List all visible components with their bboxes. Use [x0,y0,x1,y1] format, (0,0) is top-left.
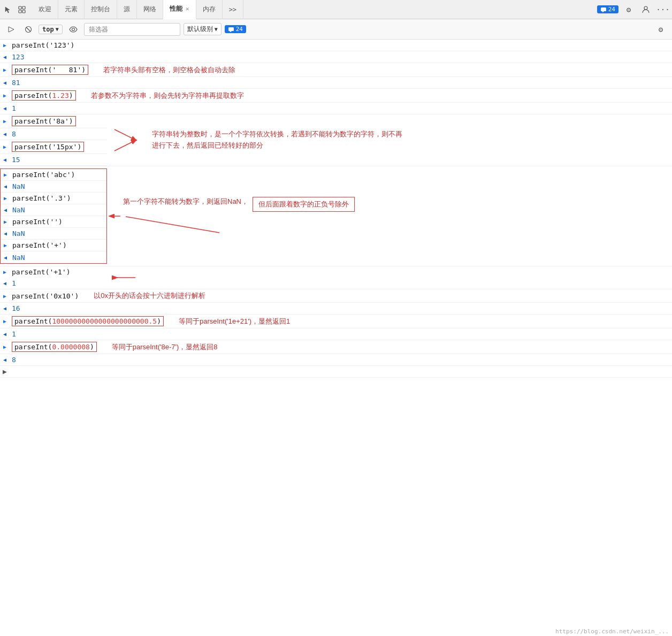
expand-icon[interactable]: ▶ [0,140,10,154]
table-row: ▶ parseInt(' 81') 若字符串头部有空格，则空格会被自动去除 [0,63,672,77]
result-indicator: ◀ [0,303,10,314]
svg-point-10 [72,28,74,30]
svg-marker-5 [602,11,604,12]
toolbar-message-badge[interactable]: 24 [225,25,246,33]
cursor-icon[interactable] [2,4,14,16]
code-input: parseInt('+') [10,240,69,251]
table-row: ◀ 1 [0,278,107,289]
table-row: ▶ parseInt('8a') [0,114,107,128]
expand-icon[interactable]: ▶ [1,219,10,225]
arrow-icon [109,119,152,162]
expand-icon[interactable]: ▶ [0,340,10,354]
tab-source[interactable]: 源 [117,0,137,19]
svg-line-9 [26,27,30,32]
result-value: NaN [10,181,27,192]
result-value: 8 [12,356,16,364]
svg-marker-7 [9,27,14,32]
message-count-badge[interactable]: 24 [597,5,618,13]
table-row: ◀ 8 [0,354,672,366]
result-indicator: ◀ [0,128,10,140]
execute-icon[interactable] [4,25,18,34]
annotation-text: 字符串转为整数时，是一个个字符依次转换，若遇到不能转为数字的字符，则不再进行下去… [152,129,402,151]
table-row: ▶ parseInt('123') [0,40,672,51]
tab-elements[interactable]: 元素 [58,0,85,19]
result-value: 1 [12,104,16,112]
table-row: ▶ parseInt('+') [1,240,106,251]
expand-icon[interactable]: ▶ [1,172,10,178]
tab-performance[interactable]: 性能 ✕ [163,0,196,19]
code-input: parseInt('123') [12,41,74,49]
table-row: ▶ parseInt('+1') [0,266,107,278]
filter-input[interactable] [84,23,180,36]
expand-icon[interactable]: ▶ [0,315,10,328]
expand-icon[interactable]: ▶ [0,89,10,102]
table-row: ▶ parseInt('abc') [1,169,106,181]
svg-marker-12 [230,31,232,32]
code-input-boxed: parseInt('15px') [12,142,84,152]
code-input: parseInt('abc') [10,169,77,180]
table-row: ▶ parseInt(10000000000000000000000.5) 等同… [0,315,672,328]
svg-point-6 [644,6,647,10]
tab-more[interactable]: >> [223,0,243,19]
annotation-text: 第一个字符不能转为数字，则返回NaN， [123,197,248,206]
tab-memory[interactable]: 内存 [196,0,223,19]
code-input-boxed: parseInt(' 81') [12,65,88,75]
expand-icon[interactable]: ▶ [0,114,10,128]
annotation-text: 等同于parseInt('1e+21')，显然返回1 [179,317,290,326]
profile-icon[interactable] [639,3,653,17]
table-row: ◀ NaN [1,204,106,216]
table-row: ◀ 123 [0,51,672,63]
result-value: 123 [12,53,24,61]
arrow-icon [107,189,123,243]
result-value: 81 [12,79,20,87]
code-input: parseInt('.3') [10,193,73,204]
expand-icon[interactable]: ▶ [1,242,10,248]
result-indicator: ◀ [0,103,10,114]
console-input[interactable] [12,367,670,376]
result-indicator: ◀ [1,255,10,260]
table-row: ◀ NaN [1,228,106,240]
expand-icon[interactable]: ▶ [0,40,10,51]
expand-icon[interactable]: ▶ [0,63,10,76]
inspect-icon[interactable] [16,4,28,16]
svg-rect-11 [228,27,234,31]
code-input-boxed: parseInt(1.23) [12,90,76,101]
tab-welcome[interactable]: 欢迎 [32,0,58,19]
result-value: NaN [10,228,27,239]
svg-rect-3 [22,10,25,13]
result-value: 1 [12,330,16,338]
result-value: 16 [12,304,20,312]
tab-console[interactable]: 控制台 [85,0,117,19]
context-selector[interactable]: top ▼ [39,25,63,34]
code-input-boxed: parseInt('8a') [12,116,76,126]
code-input: parseInt('+1') [12,268,71,276]
expand-icon[interactable]: ▶ [0,289,10,302]
result-value: 15 [12,156,20,164]
result-indicator: ◀ [1,207,10,213]
clear-console-icon[interactable] [21,25,35,34]
expand-icon[interactable]: ▶ [0,266,10,278]
result-indicator: ◀ [0,328,10,340]
table-row: ▶ parseInt('.3') [1,193,106,204]
arrow-line-icon [123,214,230,235]
expand-icon[interactable]: ▶ [1,195,10,201]
svg-rect-4 [601,7,606,11]
result-indicator: ◀ [0,154,10,165]
more-icon[interactable]: ··· [656,3,670,17]
settings-icon[interactable]: ⚙ [622,3,636,17]
annotation-text: 以0x开头的话会按十六进制进行解析 [94,291,205,301]
level-dropdown[interactable]: 默认级别 ▼ [184,23,222,35]
table-row: ◀ 16 [0,303,672,315]
prompt-icon: ▶ [0,366,10,377]
result-indicator: ◀ [0,51,10,63]
annotation-bubble: 但后面跟着数字的正负号除外 [253,197,355,212]
table-row: ◀ 1 [0,103,672,114]
toolbar-settings-icon[interactable]: ⚙ [654,22,668,36]
tab-network[interactable]: 网络 [137,0,163,19]
console-input-row[interactable]: ▶ [0,366,672,378]
result-indicator: ◀ [0,278,10,289]
tab-close-icon[interactable]: ✕ [186,5,189,12]
table-row: ▶ parseInt(1.23) 若参数不为字符串，则会先转为字符串再提取数字 [0,89,672,103]
code-input-boxed: parseInt(10000000000000000000000.5) [12,316,164,326]
eye-icon[interactable] [66,25,81,34]
